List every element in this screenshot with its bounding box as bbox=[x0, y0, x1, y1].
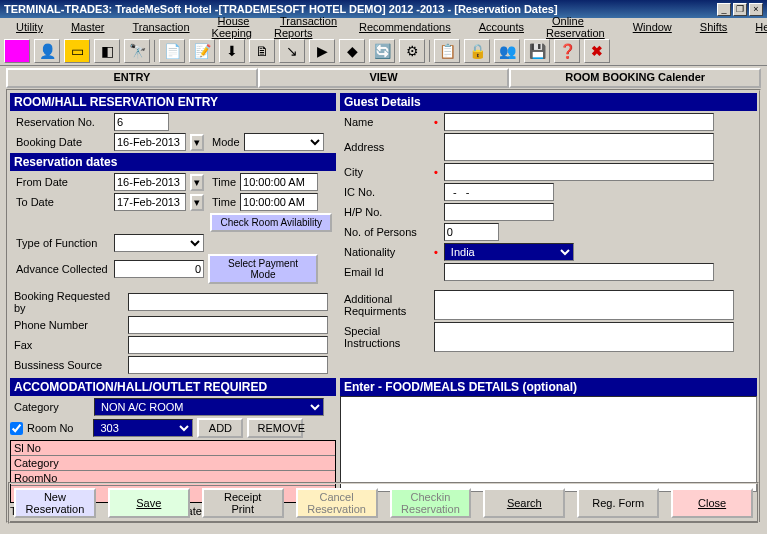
phone-input[interactable] bbox=[128, 316, 328, 334]
label-name: Name bbox=[340, 116, 430, 128]
tool-doc-icon[interactable]: 🗎 bbox=[249, 39, 275, 63]
menu-accounts[interactable]: Accounts bbox=[467, 20, 536, 34]
requested-by-input[interactable] bbox=[128, 293, 328, 311]
label-hp: H/P No. bbox=[340, 206, 430, 218]
check-availability-button[interactable]: Check Room Avilability bbox=[210, 213, 332, 232]
food-details-area[interactable] bbox=[340, 396, 757, 492]
minimize-icon[interactable]: _ bbox=[717, 3, 731, 16]
section-reservation-dates: Reservation dates bbox=[10, 153, 336, 171]
menu-transaction[interactable]: Transaction bbox=[121, 20, 202, 34]
category-select[interactable]: NON A/C ROOM bbox=[94, 398, 324, 416]
advance-input[interactable] bbox=[114, 260, 204, 278]
to-time-input[interactable] bbox=[240, 193, 318, 211]
menu-housekeeping[interactable]: House Keeping bbox=[206, 14, 264, 40]
tool-icon-1[interactable] bbox=[4, 39, 30, 63]
receipt-print-button[interactable]: Receipt Print bbox=[202, 488, 284, 518]
tool-binoculars-icon[interactable]: 🔭 bbox=[124, 39, 150, 63]
tool-page-icon[interactable]: 📄 bbox=[159, 39, 185, 63]
label-requested-by: Booking Requested by bbox=[10, 290, 124, 314]
section-guest-details: Guest Details bbox=[340, 93, 757, 111]
close-button[interactable]: Close bbox=[671, 488, 753, 518]
tool-person-icon[interactable]: 👤 bbox=[34, 39, 60, 63]
ic-input[interactable] bbox=[444, 183, 554, 201]
name-input[interactable] bbox=[444, 113, 714, 131]
nationality-select[interactable]: India bbox=[444, 243, 574, 261]
label-city: City bbox=[340, 166, 430, 178]
tool-lock-icon[interactable]: 🔒 bbox=[464, 39, 490, 63]
menu-utility[interactable]: Utility bbox=[4, 20, 55, 34]
label-nationality: Nationality bbox=[340, 246, 430, 258]
function-select[interactable] bbox=[114, 234, 204, 252]
tool-edit-icon[interactable]: 📝 bbox=[189, 39, 215, 63]
tool-disk-icon[interactable]: 💾 bbox=[524, 39, 550, 63]
menu-master[interactable]: Master bbox=[59, 20, 117, 34]
persons-input[interactable] bbox=[444, 223, 499, 241]
reg-form-button[interactable]: Reg. Form bbox=[577, 488, 659, 518]
tool-window-icon[interactable]: ▭ bbox=[64, 39, 90, 63]
add-button[interactable]: ADD bbox=[197, 418, 243, 438]
to-date-input[interactable] bbox=[114, 193, 186, 211]
label-address: Address bbox=[340, 141, 430, 153]
checkin-reservation-button[interactable]: Checkin Reservation bbox=[390, 488, 472, 518]
label-room-no: Room No bbox=[27, 422, 73, 434]
tool-misc-icon[interactable]: ◆ bbox=[339, 39, 365, 63]
new-reservation-button[interactable]: New Reservation bbox=[14, 488, 96, 518]
fax-input[interactable] bbox=[128, 336, 328, 354]
address-input[interactable] bbox=[444, 133, 714, 161]
remove-button[interactable]: REMOVE bbox=[247, 418, 303, 438]
booking-date-input[interactable] bbox=[114, 133, 186, 151]
special-input[interactable] bbox=[434, 322, 734, 352]
email-input[interactable] bbox=[444, 263, 714, 281]
label-time2: Time bbox=[208, 196, 236, 208]
label-persons: No. of Persons bbox=[340, 226, 430, 238]
menu-online[interactable]: Online Reservation bbox=[540, 14, 617, 40]
label-ic: IC No. bbox=[340, 186, 430, 198]
tool-help-icon[interactable]: ❓ bbox=[554, 39, 580, 63]
tool-list-icon[interactable]: 📋 bbox=[434, 39, 460, 63]
cancel-reservation-button[interactable]: Cancel Reservation bbox=[296, 488, 378, 518]
label-booking-date: Booking Date bbox=[10, 136, 110, 148]
menu-shifts[interactable]: Shifts bbox=[688, 20, 740, 34]
tab-entry[interactable]: ENTRY bbox=[6, 68, 258, 88]
tab-view[interactable]: VIEW bbox=[258, 68, 510, 88]
maximize-icon[interactable]: ❐ bbox=[733, 3, 747, 16]
room-no-checkbox[interactable] bbox=[10, 422, 23, 435]
menu-help[interactable]: Help bbox=[743, 20, 767, 34]
save-button[interactable]: Save bbox=[108, 488, 190, 518]
close-icon[interactable]: × bbox=[749, 3, 763, 16]
title-bar: TERMINAL-TRADE3: TradeMeSoft Hotel -[TRA… bbox=[0, 0, 767, 18]
room-no-select[interactable]: 303 bbox=[93, 419, 193, 437]
tool-play-icon[interactable]: ▶ bbox=[309, 39, 335, 63]
label-email: Email Id bbox=[340, 266, 430, 278]
tool-cube-icon[interactable]: ◧ bbox=[94, 39, 120, 63]
from-date-picker-icon[interactable]: ▾ bbox=[190, 174, 204, 191]
from-time-input[interactable] bbox=[240, 173, 318, 191]
res-no-input[interactable] bbox=[114, 113, 169, 131]
tool-user-icon[interactable]: 👥 bbox=[494, 39, 520, 63]
source-input[interactable] bbox=[128, 356, 328, 374]
label-from-date: From Date bbox=[10, 176, 110, 188]
menu-bar: Utility Master Transaction House Keeping… bbox=[0, 18, 767, 36]
hp-input[interactable] bbox=[444, 203, 554, 221]
from-date-input[interactable] bbox=[114, 173, 186, 191]
payment-mode-button[interactable]: Select Payment Mode bbox=[208, 254, 318, 284]
tab-calendar[interactable]: ROOM BOOKING Calender bbox=[509, 68, 761, 88]
label-to-date: To Date bbox=[10, 196, 110, 208]
menu-recommendations[interactable]: Recommendations bbox=[347, 20, 463, 34]
tool-exit-icon[interactable]: ✖ bbox=[584, 39, 610, 63]
booking-date-picker-icon[interactable]: ▾ bbox=[190, 134, 204, 151]
city-input[interactable] bbox=[444, 163, 714, 181]
tool-arrow-icon[interactable]: ↘ bbox=[279, 39, 305, 63]
label-time1: Time bbox=[208, 176, 236, 188]
tool-down-icon[interactable]: ⬇ bbox=[219, 39, 245, 63]
tool-refresh-icon[interactable]: 🔄 bbox=[369, 39, 395, 63]
tool-gear-icon[interactable]: ⚙ bbox=[399, 39, 425, 63]
menu-window[interactable]: Window bbox=[621, 20, 684, 34]
mode-select[interactable] bbox=[244, 133, 324, 151]
to-date-picker-icon[interactable]: ▾ bbox=[190, 194, 204, 211]
add-req-input[interactable] bbox=[434, 290, 734, 320]
search-button[interactable]: Search bbox=[483, 488, 565, 518]
required-icon: • bbox=[434, 166, 438, 178]
menu-reports[interactable]: Transaction Reports bbox=[268, 14, 343, 40]
label-add-req: Additional Requirments bbox=[340, 293, 430, 317]
